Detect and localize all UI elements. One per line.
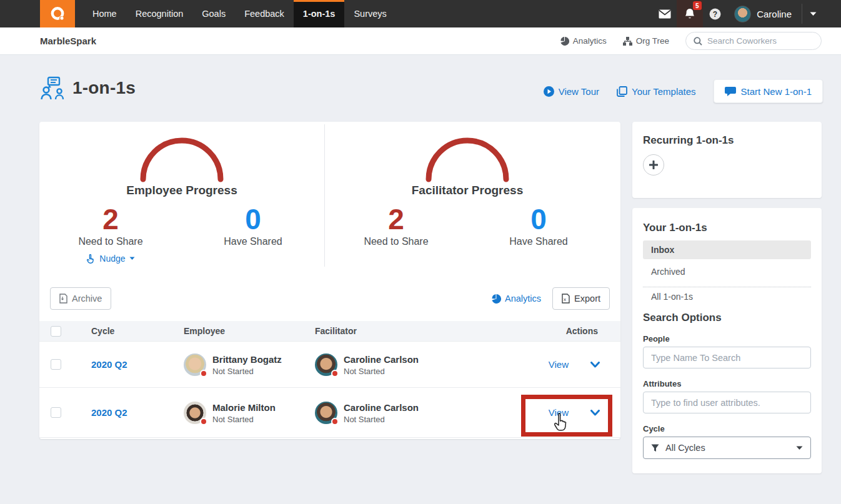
employee-progress-panel: Employee Progress 2 Need to Share 0 Have… <box>39 122 324 272</box>
facilitator-name: Caroline Carlson <box>344 402 419 413</box>
cycle-link[interactable]: 2020 Q2 <box>91 407 127 418</box>
recurring-1-on-1s-panel: Recurring 1-on-1s <box>632 122 822 198</box>
status-dot <box>331 370 339 377</box>
row-actions-chevron-icon[interactable] <box>590 362 600 368</box>
svg-text:?: ? <box>712 9 717 18</box>
pie-chart-icon <box>560 37 569 46</box>
page-title: 1-on-1s <box>72 78 136 98</box>
sidebar-divider <box>643 287 811 287</box>
view-tour-link[interactable]: View Tour <box>544 86 599 97</box>
user-menu[interactable]: Caroline <box>727 0 802 27</box>
list-toolbar: Archive Analytics x Export <box>39 287 620 310</box>
page-header-actions: View Tour Your Templates Start New 1-on-… <box>544 79 823 103</box>
row-actions-chevron-icon[interactable] <box>590 410 600 416</box>
nav-item-surveys[interactable]: Surveys <box>344 0 396 27</box>
archive-button[interactable]: Archive <box>50 287 111 310</box>
sidebar-item-archived[interactable]: Archived <box>643 264 811 279</box>
org-tree-link[interactable]: Org Tree <box>623 36 669 46</box>
sidebar-item-all-1-on-1s[interactable]: All 1-on-1s <box>643 289 811 304</box>
view-button[interactable]: View <box>549 359 569 370</box>
people-label: People <box>643 334 670 343</box>
nav-item-goals[interactable]: Goals <box>192 0 235 27</box>
row-checkbox[interactable] <box>51 359 61 370</box>
add-recurring-button[interactable] <box>643 154 664 175</box>
mail-button[interactable] <box>653 0 677 27</box>
help-button[interactable]: ? <box>703 0 727 27</box>
coworker-search[interactable] <box>685 32 822 50</box>
sidebar-item-inbox[interactable]: Inbox <box>643 240 811 259</box>
nav-item-feedback[interactable]: Feedback <box>235 0 294 27</box>
your-templates-link[interactable]: Your Templates <box>617 86 696 97</box>
pie-chart-icon <box>492 294 501 304</box>
user-name: Caroline <box>757 9 792 19</box>
list-analytics-label: Analytics <box>505 294 541 304</box>
view-tour-label: View Tour <box>559 86 599 97</box>
row-checkbox[interactable] <box>51 407 61 418</box>
notifications-button[interactable]: 5 <box>677 0 703 27</box>
page-header: 1-on-1s <box>40 75 136 101</box>
people-search-input[interactable] <box>643 347 811 368</box>
cycle-select-value: All Cycles <box>665 443 705 453</box>
facilitator-status: Not Started <box>344 367 419 376</box>
nudge-dropdown[interactable]: Nudge <box>86 254 134 264</box>
app-logo[interactable] <box>40 0 75 27</box>
chat-bubble-icon <box>725 87 736 96</box>
employee-cell: Malorie Milton Not Started <box>184 402 315 424</box>
facilitator-have-shared-count: 0 <box>467 203 610 235</box>
company-name[interactable]: MarbleSpark <box>40 36 96 46</box>
your-1-on-1s-title: Your 1-on-1s <box>643 222 707 234</box>
archive-label: Archive <box>72 294 102 304</box>
start-new-1-on-1-button[interactable]: Start New 1-on-1 <box>714 79 823 103</box>
facilitator-progress-title: Facilitator Progress <box>325 184 610 197</box>
chevron-down-icon <box>129 257 135 260</box>
user-menu-caret[interactable] <box>802 0 824 27</box>
nudge-label: Nudge <box>99 254 125 264</box>
navbar-right: 5 ? Caroline <box>653 0 824 27</box>
analytics-link[interactable]: Analytics <box>560 36 607 46</box>
employee-progress-title: Employee Progress <box>39 184 324 197</box>
top-navbar: Home Recognition Goals Feedback 1-on-1s … <box>0 0 841 27</box>
header-cycle: Cycle <box>62 326 184 336</box>
one-on-ones-panel: Employee Progress 2 Need to Share 0 Have… <box>39 122 620 439</box>
facilitator-progress-gauge <box>424 134 511 183</box>
select-all-checkbox[interactable] <box>51 326 61 337</box>
notification-badge: 5 <box>693 1 702 10</box>
table-row: 2020 Q2 Malorie Milton Not Started Carol… <box>39 387 620 438</box>
list-analytics-link[interactable]: Analytics <box>492 294 541 304</box>
status-dot <box>200 370 207 377</box>
facilitator-need-to-share-count: 2 <box>325 203 467 235</box>
svg-text:x: x <box>564 297 566 302</box>
facilitator-have-shared-label: Have Shared <box>467 236 610 247</box>
filter-funnel-icon <box>651 444 659 452</box>
employee-need-to-share-label: Need to Share <box>39 236 182 247</box>
attributes-search-input[interactable] <box>643 392 811 413</box>
employee-avatar <box>184 402 206 424</box>
help-icon: ? <box>709 8 721 20</box>
attributes-label: Attributes <box>643 379 681 388</box>
play-circle-icon <box>544 86 554 97</box>
view-button[interactable]: View <box>549 407 569 418</box>
org-tree-icon <box>623 37 632 46</box>
nav-item-home[interactable]: Home <box>83 0 126 27</box>
cycle-link[interactable]: 2020 Q2 <box>91 359 127 370</box>
nav-item-1-on-1s[interactable]: 1-on-1s <box>294 0 345 27</box>
export-spreadsheet-icon: x <box>562 294 570 304</box>
nav-item-recognition[interactable]: Recognition <box>126 0 193 27</box>
export-button[interactable]: x Export <box>552 287 610 310</box>
plus-icon <box>649 161 658 169</box>
employee-name: Malorie Milton <box>212 402 276 413</box>
facilitator-status: Not Started <box>344 415 419 424</box>
org-tree-label: Org Tree <box>636 36 669 46</box>
facilitator-cell: Caroline Carlson Not Started <box>315 402 446 424</box>
user-avatar <box>734 6 751 22</box>
facilitator-avatar <box>315 353 337 376</box>
cycle-select[interactable]: All Cycles <box>643 437 811 459</box>
employee-name: Brittany Bogatz <box>212 353 282 365</box>
select-caret-icon <box>796 446 803 450</box>
facilitator-name: Caroline Carlson <box>344 353 419 365</box>
search-coworkers-input[interactable] <box>707 36 807 46</box>
analytics-label: Analytics <box>573 36 607 46</box>
employee-have-shared-count: 0 <box>182 203 324 235</box>
filters-panel: Your 1-on-1s Inbox Archived All 1-on-1s … <box>632 208 822 473</box>
cycle-label: Cycle <box>643 424 665 433</box>
